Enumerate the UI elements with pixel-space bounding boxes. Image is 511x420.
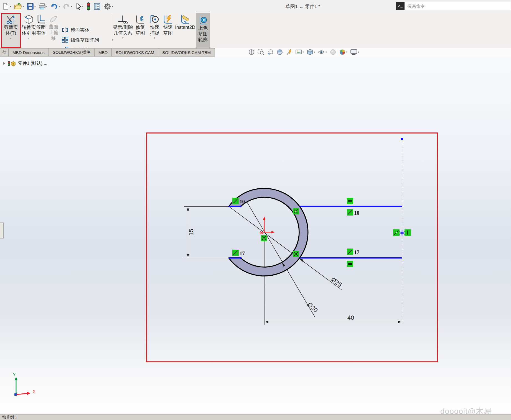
trim-entities-button[interactable]: 剪裁实体(T) ▾ xyxy=(2,14,19,40)
midpoint-badge-centerline[interactable] xyxy=(393,229,400,236)
tab-solidworks-addins[interactable]: SOLIDWORKS 插件 xyxy=(49,48,95,57)
dropdown-caret[interactable]: ▾ xyxy=(46,5,48,8)
appearance-sphere-icon xyxy=(330,49,336,55)
coincident-badge-arc-bottom[interactable] xyxy=(293,251,299,257)
linear-pattern-button[interactable]: 线性草图阵列 ▾ xyxy=(62,37,113,43)
offset-icon xyxy=(36,14,46,24)
dropdown-caret[interactable]: ▾ xyxy=(154,37,156,39)
tab-evaluate-partial[interactable]: 估 xyxy=(0,48,9,57)
zoom-fit-button[interactable] xyxy=(248,49,255,55)
dropdown-caret[interactable]: ▾ xyxy=(326,51,327,53)
search-input[interactable] xyxy=(405,4,511,9)
sketch-origin[interactable] xyxy=(260,216,275,234)
window-title: 草图1 ← 零件1 * xyxy=(286,3,320,10)
shaded-sketch-contours-button[interactable]: 上色草图轮廓 xyxy=(196,13,210,48)
relations-icon xyxy=(117,14,128,24)
origin-point-marker xyxy=(260,231,264,234)
endpoint-dot[interactable] xyxy=(240,257,241,259)
vertical-badge-centerline[interactable] xyxy=(405,229,411,236)
settings-button[interactable]: ▾ xyxy=(103,2,114,11)
equal-badge-bottom-right[interactable] xyxy=(347,261,353,267)
properties-list-icon xyxy=(93,3,101,10)
dropdown-caret[interactable]: ▾ xyxy=(122,37,124,39)
motion-study-tab[interactable]: 动算例 1 xyxy=(0,415,17,420)
repair-sketch-label: 修复草图 xyxy=(134,24,146,36)
display-style-button[interactable]: ▾ xyxy=(307,49,315,55)
dropdown-caret[interactable]: ▾ xyxy=(112,5,113,8)
undo-button[interactable]: ▾ xyxy=(49,2,61,11)
parallel-badge-right-bottom[interactable]: 17 xyxy=(347,249,360,255)
dimension-arrowheads xyxy=(187,207,401,323)
save-button[interactable]: ▾ xyxy=(26,2,37,11)
monitor-icon xyxy=(350,49,357,55)
hide-show-items-button[interactable]: ▾ xyxy=(318,49,327,55)
dropdown-caret[interactable]: ▾ xyxy=(59,5,60,8)
coincident-badge-arc-top[interactable] xyxy=(293,208,299,214)
dropdown-caret[interactable]: ▾ xyxy=(34,5,36,8)
parallel-badge-bottom-left[interactable]: 17 xyxy=(232,250,245,256)
dim-15-text[interactable]: 15 xyxy=(188,229,195,235)
dia25-leader-line[interactable] xyxy=(229,206,342,290)
tree-expand-arrow-icon[interactable] xyxy=(3,62,5,65)
open-button[interactable]: ▾ xyxy=(13,2,25,11)
parallel-badge-right-top[interactable]: 10 xyxy=(347,209,359,216)
graphics-area[interactable]: 15 40 Ø25 Ø20 10 17 xyxy=(0,57,511,414)
dropdown-caret[interactable]: ▾ xyxy=(314,51,315,53)
triad-y-label: Y xyxy=(13,372,16,377)
badge-number: 10 xyxy=(240,199,245,204)
apply-scene-button[interactable]: ▾ xyxy=(339,49,348,55)
dropdown-caret[interactable]: ▾ xyxy=(10,5,11,8)
display-delete-relations-button[interactable]: 显示/删除几何关系 ▾ xyxy=(113,14,133,39)
tab-solidworks-cam[interactable]: SOLIDWORKS CAM xyxy=(112,48,158,57)
section-view-button[interactable] xyxy=(276,49,283,55)
view-settings-button[interactable]: ▾ xyxy=(295,49,304,55)
coincident-badge-origin[interactable] xyxy=(261,235,267,241)
dia-25-text[interactable]: Ø25 xyxy=(330,276,343,288)
zoom-area-button[interactable] xyxy=(258,49,264,55)
edit-appearance-button-disabled xyxy=(330,49,336,55)
instant2d-button[interactable]: Instant2D xyxy=(175,14,196,30)
sketch-point-asterisk[interactable] xyxy=(400,230,405,236)
dropdown-caret[interactable]: ▾ xyxy=(28,37,30,40)
tab-mbd[interactable]: MBD xyxy=(95,48,112,57)
dim-40-text[interactable]: 40 xyxy=(347,314,354,321)
tab-solidworks-cam-tbm[interactable]: SOLIDWORKS CAM TBM xyxy=(158,48,215,57)
sketch-assist-button[interactable] xyxy=(286,49,293,55)
dropdown-caret[interactable]: ▾ xyxy=(302,51,304,53)
endpoint-dot[interactable] xyxy=(240,206,241,207)
quick-sketch-button[interactable]: 快速草图 xyxy=(162,14,174,36)
rebuild-button[interactable] xyxy=(85,2,91,11)
offset-entities-button[interactable]: 等距实体 xyxy=(35,14,47,36)
convert-entities-button[interactable]: 转换实体引用 ▾ xyxy=(21,14,37,40)
repair-sketch-button[interactable]: 修复草图 xyxy=(134,14,146,36)
gear-icon xyxy=(103,2,111,10)
dropdown-caret[interactable]: ▾ xyxy=(358,51,359,53)
select-tool-button[interactable]: ▾ xyxy=(74,2,84,11)
command-search[interactable]: >_ xyxy=(396,2,511,10)
sheet-border xyxy=(147,133,438,362)
view-orientation-button[interactable]: ▾ xyxy=(350,49,359,55)
quick-sketch-lightning-icon xyxy=(163,14,173,24)
tab-mbd-dimensions[interactable]: MBD Dimensions xyxy=(9,48,49,57)
options-list-button[interactable] xyxy=(93,2,101,11)
dropdown-caret[interactable]: ▾ xyxy=(10,37,12,40)
dropdown-caret[interactable]: ▾ xyxy=(346,51,348,53)
linear-pattern-label: 线性草图阵列 xyxy=(71,37,99,43)
previous-view-button[interactable] xyxy=(267,49,274,55)
mirror-entities-button[interactable]: 镜向实体 xyxy=(62,27,90,33)
equal-badge-top-right[interactable] xyxy=(347,198,353,204)
dropdown-caret[interactable]: ▾ xyxy=(82,5,83,8)
centerline-endpoint[interactable] xyxy=(401,138,403,140)
dropdown-caret[interactable]: ▾ xyxy=(23,5,24,8)
search-prompt-icon: >_ xyxy=(396,2,405,10)
dia-20-text[interactable]: Ø20 xyxy=(306,301,319,314)
panel-flyout-tab[interactable] xyxy=(0,222,4,239)
heads-up-view-toolbar: ▾ ▾ ▾ ▾ ▾ xyxy=(248,49,359,55)
parallel-badge-top-left[interactable]: 10 xyxy=(232,198,245,204)
quick-snaps-button[interactable]: 快速捕捉 ▾ xyxy=(149,14,161,39)
display-delete-relations-label: 显示/删除几何关系 xyxy=(112,24,134,36)
feature-tree-root[interactable]: 零件1 (默认) ... xyxy=(3,60,47,67)
new-document-button[interactable]: ▾ xyxy=(2,2,12,11)
part-tree-label[interactable]: 零件1 (默认) ... xyxy=(18,61,47,66)
print-button[interactable]: ▾ xyxy=(38,2,49,11)
